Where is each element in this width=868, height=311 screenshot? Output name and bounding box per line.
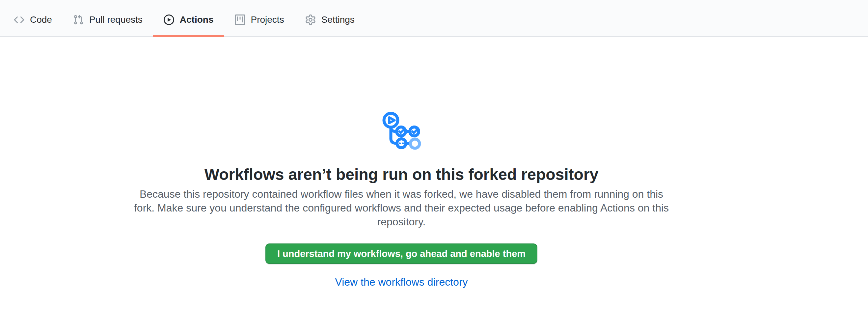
play-icon	[164, 14, 174, 25]
tab-label: Settings	[321, 14, 354, 25]
workflow-graph-icon	[382, 111, 421, 150]
actions-disabled-blankslate: Workflows aren’t being run on this forke…	[0, 37, 803, 287]
enable-workflows-button[interactable]: I understand my workflows, go ahead and …	[266, 244, 537, 264]
tab-label: Pull requests	[89, 14, 143, 25]
tab-settings[interactable]: Settings	[295, 0, 365, 37]
page-title: Workflows aren’t being run on this forke…	[205, 165, 599, 185]
repo-tab-nav: Code Pull requests Actions Projects Sett…	[0, 0, 868, 37]
code-icon	[14, 14, 24, 25]
blankslate-description: Because this repository contained workfl…	[131, 187, 672, 229]
gear-icon	[305, 14, 316, 25]
tab-projects[interactable]: Projects	[224, 0, 295, 37]
git-pull-request-icon	[73, 14, 84, 25]
view-workflows-directory-link[interactable]: View the workflows directory	[335, 277, 468, 287]
tab-label: Code	[30, 14, 52, 25]
tab-label: Projects	[251, 14, 284, 25]
tab-code[interactable]: Code	[3, 0, 63, 37]
tab-label: Actions	[180, 14, 214, 25]
tab-pull-requests[interactable]: Pull requests	[63, 0, 153, 37]
tab-actions[interactable]: Actions	[153, 0, 224, 37]
project-icon	[235, 14, 245, 25]
